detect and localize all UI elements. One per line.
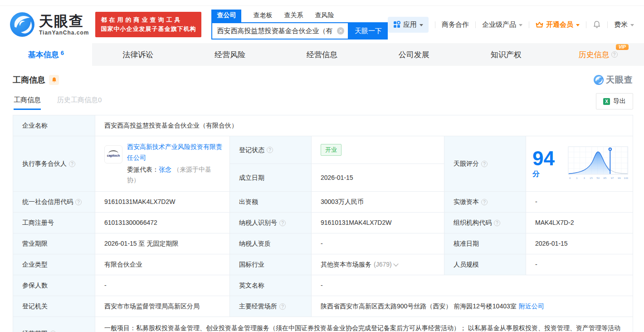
tab-label: 经营信息 [307,50,337,60]
top-strip [0,0,644,6]
reg-authority-value: 西安市市场监督管理局高新区分局 [95,296,229,317]
approve-date-value: 2026-01-15 [526,233,633,254]
bell-icon [51,77,57,83]
svg-text:0: 0 [569,177,571,179]
help-icon[interactable]: ? [267,147,273,153]
industry-label: 国标行业 [229,254,311,275]
tab-basic-info[interactable]: 基本信息 6 [0,43,92,66]
score-distribution-chart: 0 1 3 15 50 85 97 99 100 [568,146,628,182]
export-button[interactable]: X 导出 [596,93,633,109]
search-button[interactable]: 天眼一下 [349,22,388,40]
chevron-down-icon[interactable] [393,261,398,266]
english-name-value: - [311,275,633,296]
tab-company-development[interactable]: 公司发展 [368,43,460,66]
help-icon[interactable]: ? [279,303,286,310]
tab-operation-risk[interactable]: 经营风险 [184,43,276,66]
industry-value: 其他资本市场服务 (J679) [311,254,444,275]
address-label: 主要经营场所 ? [229,296,311,317]
user-menu[interactable]: 费米 [614,20,634,29]
vip-badge: VIP [616,44,629,50]
search-tab-company[interactable]: 查公司 [211,10,241,22]
company-type-label: 企业类型 [13,254,95,275]
svg-text:100: 100 [624,177,628,179]
insured-label: 参保人数 [13,275,95,296]
help-icon[interactable]: ? [75,199,82,205]
help-icon[interactable]: ? [481,199,488,205]
bell-icon [593,20,601,29]
enterprise-menu[interactable]: 企业级产品 [482,20,522,29]
search-input[interactable] [211,22,349,40]
rep-label: 委派代表： [127,166,159,173]
label-text: 经营范围 [22,329,48,332]
svg-text:85: 85 [603,177,606,179]
tab-label: 法律诉讼 [122,50,153,60]
search-tab-boss[interactable]: 查老板 [253,10,272,22]
chevron-down-icon [630,24,634,26]
tab-legal[interactable]: 法律诉讼 [92,43,184,66]
cooperation-label: 商务合作 [442,20,469,29]
tax-qualification-value: - [311,233,444,254]
cooperation-link[interactable]: 商务合作 [442,20,469,29]
main-tab-bar: 基本信息 6 法律诉讼 经营风险 经营信息 公司发展 知识产权 VIP 历史信息… [0,43,644,66]
nearby-companies-link[interactable]: 附近公司 [519,302,544,311]
tianyancha-logo-icon [10,12,34,37]
notifications-button[interactable] [593,20,601,29]
registration-status-value: 开业 [311,136,444,164]
promo-line1: 都在用的商业查询工具 [101,15,196,25]
tab-intellectual-property[interactable]: 知识产权 [460,43,552,66]
search-tabs: 查公司 查老板 查关系 查风险 [211,10,388,22]
biz-term-label: 营业期限 [13,233,95,254]
help-icon[interactable]: ? [69,161,75,167]
subtab-business-info[interactable]: 工商信息 [14,96,41,110]
credit-code-value: 91610131MAK4LX7D2W [95,192,229,212]
clear-search-icon[interactable]: ✕ [337,27,344,35]
svg-text:97: 97 [610,177,614,179]
tianyancha-logo[interactable]: 天眼查 TianYanCha.com [10,12,89,37]
tab-history-info[interactable]: VIP 历史信息 ? [552,43,644,66]
score-unit: 分 [532,170,540,178]
label-text: 统一社会信用代码 [22,197,73,207]
search-tab-relation[interactable]: 查关系 [284,10,303,22]
rep-name-link[interactable]: 张念 [159,166,171,173]
table-row: 工商注册号 610131300066472 纳税人识别号 ? 91610131M… [13,213,633,233]
business-info-table: 企业名称 西安西高投益慧投资基金合伙企业（有限合伙） 执行事务合伙人 ? cap… [13,115,633,332]
address-text: 陕西省西安市高新区西太路900号丝路（西安） 前海园12号楼10403室 [321,302,517,311]
help-icon[interactable]: ? [494,220,500,226]
label-text: 天眼评分 [454,159,479,168]
partner-company-logo: capitech [104,145,122,164]
apps-menu[interactable]: 应用 [388,17,429,33]
help-icon[interactable]: ? [611,51,618,58]
logo-domain: TianYanCha.com [39,30,89,35]
reg-authority-label: 登记机关 [13,296,95,317]
tax-id-label: 纳税人识别号 ? [229,213,311,233]
header-nav: 应用 商务合作 企业级产品 开通会员 费米 [388,17,634,33]
help-icon[interactable]: ? [481,161,488,167]
label-text: 主要经营场所 [239,302,277,311]
establishment-date-value: 2026-01-15 [311,164,444,191]
subscribe-bell-button[interactable] [49,75,59,85]
industry-code: (J679) [374,260,392,269]
address-value: 陕西省西安市高新区西太路900号丝路（西安） 前海园12号楼10403室 附近公… [311,296,633,317]
tyc-score-label: 天眼评分 ? [444,136,526,191]
company-name-value: 西安西高投益慧投资基金合伙企业（有限合伙） [95,115,633,136]
tax-id-value: 91610131MAK4LX7D2W [311,213,444,233]
business-scope-value: 一般项目：私募股权投资基金管理、创业投资基金管理服务（须在中国证券投资基金业协会… [95,317,633,332]
open-vip-label: 开通会员 [546,20,573,29]
table-row: 参保人数 - 英文名称 - [13,275,633,296]
tab-operation-info[interactable]: 经营信息 [276,43,368,66]
open-vip-menu[interactable]: 开通会员 [536,20,580,29]
table-row: 经营范围 ? 一般项目：私募股权投资基金管理、创业投资基金管理服务（须在中国证券… [13,317,633,332]
table-row: 执行事务合伙人 ? capitech 西安高新技术产业风险投资有限责任公司 委派… [13,136,633,192]
company-type-value: 有限合伙企业 [95,254,229,275]
reg-number-label: 工商注册号 [13,213,95,233]
help-icon[interactable]: ? [279,220,286,226]
divider [435,21,435,28]
header: 天眼查 TianYanCha.com 都在用的商业查询工具 国家中小企业发展子基… [0,6,644,43]
partner-company-link[interactable]: 西安高新技术产业风险投资有限责任公司 [127,143,222,161]
score-value: 94 [532,147,555,169]
search-tab-risk[interactable]: 查风险 [315,10,334,22]
staff-size-label: 人员规模 [444,254,526,275]
logo-arc [108,150,118,154]
subtab-history-business-info[interactable]: 历史工商信息0 [57,96,102,110]
divider [475,21,476,28]
